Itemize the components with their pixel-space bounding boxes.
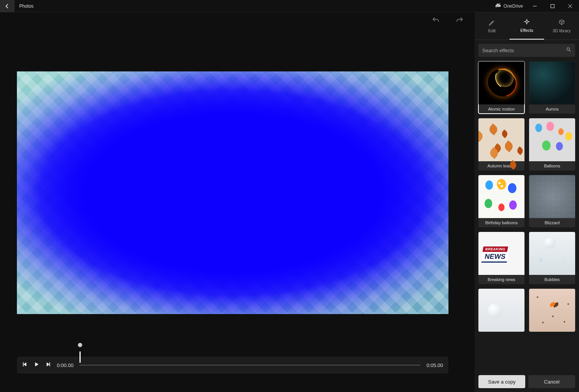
main-panel: 0:00.00 0:05.00 — [0, 12, 475, 392]
playback-bar: 0:00.00 0:05.00 — [17, 357, 448, 374]
effect-card-breaking[interactable]: Breaking news — [478, 232, 524, 284]
effect-thumb — [478, 175, 524, 218]
effect-thumb — [478, 232, 524, 275]
pencil-icon — [488, 19, 495, 27]
effect-thumb — [529, 289, 575, 332]
effect-card-autumn[interactable]: Autumn leaves — [478, 118, 524, 170]
maximize-button[interactable] — [544, 0, 561, 12]
effect-label: Blizzard — [529, 218, 575, 227]
effect-label: Atomic motion — [478, 104, 524, 114]
svg-rect-5 — [23, 362, 24, 367]
effect-card-aurora[interactable]: Aurora — [529, 61, 575, 114]
effect-label: Bubbles — [529, 275, 575, 284]
time-total: 0:05.00 — [427, 362, 443, 368]
svg-line-8 — [569, 50, 571, 52]
effect-label: Birthday balloons — [478, 218, 524, 227]
svg-rect-2 — [551, 4, 554, 8]
effect-label: Breaking news — [478, 275, 524, 284]
cloud-label: OneDrive — [503, 3, 523, 9]
tab-effects[interactable]: Effects — [510, 12, 544, 40]
tab-edit[interactable]: Edit — [475, 12, 510, 40]
effect-thumb — [529, 61, 575, 104]
side-tabs: Edit Effects 3D library — [475, 12, 579, 40]
effect-card-birthday[interactable]: Birthday balloons — [478, 175, 524, 227]
seek-handle[interactable] — [79, 351, 81, 363]
sparkle-icon — [523, 19, 530, 26]
redo-button[interactable] — [455, 16, 464, 26]
effect-thumb — [478, 61, 524, 104]
effect-thumb — [529, 175, 575, 218]
effect-thumb — [529, 118, 575, 161]
effect-card-bubbles[interactable]: Bubbles — [529, 232, 575, 284]
step-back-button[interactable] — [22, 362, 28, 369]
undo-button[interactable] — [432, 16, 440, 26]
close-button[interactable] — [561, 0, 579, 12]
search-box[interactable] — [478, 44, 575, 57]
effect-thumb — [478, 118, 524, 161]
effect-card-blizzard[interactable]: Blizzard — [529, 175, 575, 227]
search-icon — [566, 47, 571, 54]
side-panel: Edit Effects 3D library Atomic motionAur… — [475, 12, 579, 392]
effect-thumb — [478, 289, 524, 332]
minimize-button[interactable] — [526, 0, 544, 12]
back-button[interactable] — [0, 0, 15, 12]
time-current: 0:00.00 — [57, 362, 73, 368]
cancel-button[interactable]: Cancel — [528, 375, 575, 388]
tab-3d-library[interactable]: 3D library — [544, 12, 579, 40]
step-forward-button[interactable] — [45, 362, 51, 369]
svg-point-7 — [567, 48, 569, 50]
seek-bar[interactable] — [79, 357, 420, 374]
play-button[interactable] — [34, 362, 39, 369]
effect-card-extra2[interactable] — [529, 289, 575, 332]
window-controls — [526, 0, 579, 12]
app-title: Photos — [19, 3, 33, 9]
save-a-copy-button[interactable]: Save a copy — [478, 375, 525, 388]
effect-label: Autumn leaves — [478, 161, 524, 170]
effect-card-atomic[interactable]: Atomic motion — [478, 61, 524, 114]
video-preview — [17, 71, 448, 314]
effect-thumb — [529, 232, 575, 275]
effect-label: Balloons — [529, 161, 575, 170]
effect-card-balloons[interactable]: Balloons — [529, 118, 575, 170]
effect-label: Aurora — [529, 104, 575, 114]
cloud-status[interactable]: OneDrive — [495, 2, 523, 10]
cloud-icon — [495, 2, 501, 10]
cube-icon — [558, 19, 565, 27]
svg-rect-6 — [50, 362, 50, 367]
effect-card-extra1[interactable] — [478, 289, 524, 332]
titlebar: Photos OneDrive — [0, 0, 579, 12]
search-input[interactable] — [482, 48, 566, 53]
